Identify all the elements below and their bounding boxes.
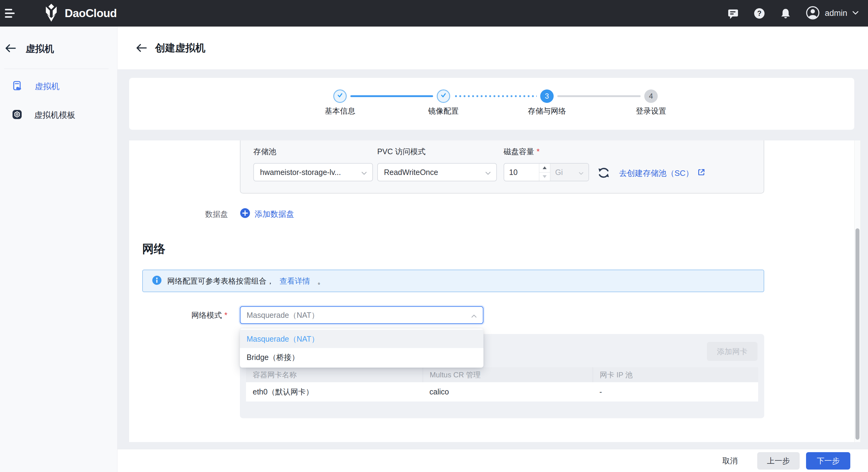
option-masquerade-nat[interactable]: Masquerade（NAT）: [240, 330, 484, 348]
alert-details-link[interactable]: 查看详情: [280, 276, 310, 286]
next-step-button[interactable]: 下一步: [806, 452, 850, 470]
col-header-nic-name: 容器网卡名称: [246, 370, 423, 380]
sidebar-item-vm-template[interactable]: 虚拟机模板: [0, 106, 117, 124]
sidebar-nav: 虚拟机 虚拟机模板: [0, 69, 117, 124]
topbar-actions: ? admin: [727, 6, 868, 21]
table-row: eth0（默认网卡） calico -: [246, 382, 758, 402]
topbar: DaoCloud ?: [0, 0, 868, 27]
page-title: 创建虚拟机: [155, 41, 206, 55]
stepper-connector: [454, 95, 537, 97]
create-storage-pool-text: 去创建存储池（SC）: [619, 168, 693, 179]
add-nic-button: 添加网卡: [707, 342, 757, 361]
brand-name: DaoCloud: [65, 7, 117, 20]
spinner-up-icon[interactable]: [539, 164, 550, 173]
cancel-button[interactable]: 取消: [719, 452, 741, 470]
step-3-label: 存储与网络: [510, 106, 584, 116]
add-data-disk-button[interactable]: 添加数据盘: [240, 208, 294, 220]
storage-disk-card: 存储池 PVC 访问模式 磁盘容量* hwameistor-storage-lv…: [240, 141, 764, 194]
check-icon: [337, 92, 343, 100]
chat-icon[interactable]: [727, 7, 739, 20]
vm-template-icon: [12, 110, 22, 121]
pvc-access-mode-label: PVC 访问模式: [377, 147, 426, 157]
help-icon[interactable]: ?: [753, 7, 766, 20]
stepper: 3 4 基本信息 镜像配置 存储与网络 登录设置: [129, 78, 854, 130]
brand-logo[interactable]: DaoCloud: [43, 4, 117, 23]
scrollbar-track[interactable]: [854, 141, 861, 442]
capacity-unit-select: Gi: [550, 164, 588, 181]
cell-nic-name: eth0（默认网卡）: [246, 387, 423, 397]
chevron-down-icon: [485, 168, 491, 177]
network-mode-value: Masquerade（NAT）: [247, 310, 319, 320]
avatar-icon: [806, 6, 820, 21]
required-asterisk: *: [536, 147, 539, 156]
back-arrow-icon[interactable]: [5, 43, 17, 54]
chevron-down-icon: [852, 11, 859, 16]
stepper-connector: [350, 95, 433, 97]
external-link-icon: [697, 168, 706, 179]
step-4-circle[interactable]: 4: [644, 89, 658, 103]
step-4-label: 登录设置: [614, 106, 688, 116]
capacity-unit-value: Gi: [555, 168, 563, 177]
previous-step-button[interactable]: 上一步: [757, 452, 800, 470]
data-disk-label: 数据盘: [182, 209, 228, 219]
storage-pool-label: 存储池: [253, 147, 276, 157]
cell-ip-pool: -: [593, 387, 758, 396]
col-header-ip-pool: 网卡 IP 池: [593, 367, 758, 382]
sidebar-item-label: 虚拟机模板: [34, 110, 75, 121]
sidebar: 虚拟机 虚拟机: [0, 27, 118, 472]
back-arrow-icon[interactable]: [135, 42, 148, 54]
network-mode-select[interactable]: Masquerade（NAT）: [240, 306, 484, 324]
wizard-footer: 取消 上一步 下一步: [118, 449, 868, 472]
info-icon: [152, 275, 162, 286]
option-bridge[interactable]: Bridge（桥接）: [240, 348, 484, 366]
chevron-down-icon: [579, 168, 584, 177]
page-header: 创建虚拟机: [118, 27, 868, 69]
required-asterisk: *: [224, 311, 227, 320]
step-1-circle[interactable]: [333, 89, 347, 103]
bell-icon[interactable]: [779, 7, 792, 20]
sidebar-item-vm[interactable]: 虚拟机: [0, 77, 117, 96]
svg-text:?: ?: [757, 9, 762, 18]
sidebar-title: 虚拟机: [26, 42, 54, 55]
chevron-up-icon: [471, 311, 477, 320]
step-2-circle[interactable]: [437, 89, 450, 103]
step-2-label: 镜像配置: [407, 106, 480, 116]
nic-table: 容器网卡名称 Multus CR 管理 网卡 IP 池 eth0（默认网卡） c…: [246, 367, 758, 402]
add-data-disk-text: 添加数据盘: [254, 209, 294, 219]
alert-suffix: 。: [317, 276, 325, 286]
cell-multus-cr: calico: [423, 387, 593, 396]
scrollbar-thumb[interactable]: [856, 228, 860, 440]
chevron-down-icon: [361, 168, 367, 177]
network-mode-dropdown: Masquerade（NAT） Bridge（桥接）: [240, 328, 484, 367]
step-number: 3: [545, 92, 549, 100]
create-storage-pool-link[interactable]: 去创建存储池（SC）: [619, 168, 706, 179]
check-icon: [440, 92, 447, 100]
vm-icon: [12, 81, 23, 92]
alert-text: 网络配置可参考表格按需组合，: [167, 276, 274, 286]
pvc-access-mode-select[interactable]: ReadWriteOnce: [377, 163, 497, 181]
disk-capacity-input[interactable]: 10: [504, 164, 539, 181]
form-content: 存储池 PVC 访问模式 磁盘容量* hwameistor-storage-lv…: [129, 141, 854, 442]
username: admin: [825, 8, 847, 18]
hamburger-icon[interactable]: [5, 7, 17, 20]
nic-table-header: 容器网卡名称 Multus CR 管理 网卡 IP 池: [246, 367, 758, 382]
sidebar-item-label: 虚拟机: [35, 81, 60, 92]
step-1-label: 基本信息: [303, 106, 377, 116]
storage-pool-select[interactable]: hwameistor-storage-lv...: [253, 163, 373, 181]
spinner-down-icon[interactable]: [539, 173, 550, 181]
capacity-stepper: [539, 164, 550, 181]
disk-capacity-group: 10 Gi: [504, 163, 589, 181]
network-info-alert: 网络配置可参考表格按需组合，查看详情。: [142, 270, 764, 292]
refresh-icon[interactable]: [597, 166, 611, 179]
sidebar-header: 虚拟机: [0, 27, 117, 55]
col-header-multus-cr: Multus CR 管理: [423, 367, 593, 382]
step-3-circle[interactable]: 3: [540, 89, 554, 103]
network-mode-label: 网络模式*: [160, 310, 227, 320]
storage-pool-value: hwameistor-storage-lv...: [260, 168, 341, 177]
network-section-heading: 网络: [142, 241, 165, 257]
disk-capacity-label: 磁盘容量*: [504, 147, 539, 157]
stepper-connector: [557, 95, 641, 97]
pvc-access-mode-value: ReadWriteOnce: [384, 168, 438, 177]
plus-circle-icon: [240, 208, 250, 220]
user-menu[interactable]: admin: [806, 6, 859, 21]
